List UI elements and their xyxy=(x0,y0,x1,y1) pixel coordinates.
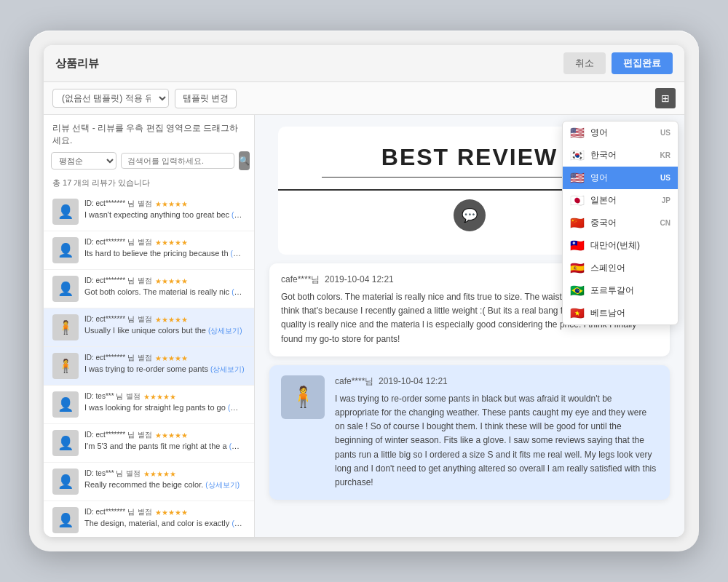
review-item-content: ID: tes*** 님 별점 ★★★★★Really recommed the… xyxy=(84,469,245,490)
review-label: 별점 xyxy=(126,391,141,402)
review-list-item[interactable]: 👤ID: ect******* 님 별점 ★★★★★The design, ma… xyxy=(44,501,254,537)
review-item-text: I was trying to re-order some pants (상세보… xyxy=(84,364,245,375)
lang-code: US xyxy=(660,174,670,182)
review-card-2-author: cafe****님 xyxy=(335,376,373,386)
review-card-2-avatar: 🧍 xyxy=(281,375,325,419)
lang-flag: 🇧🇷 xyxy=(570,284,585,298)
review-label: 별점 xyxy=(138,276,152,286)
lang-item[interactable]: 🇻🇳베트남어 xyxy=(563,302,678,324)
template-change-button[interactable]: 탬플릿 변경 xyxy=(175,89,237,108)
review-detail-link[interactable]: (상세보기) xyxy=(208,327,242,335)
review-item-content: ID: ect******* 님 별점 ★★★★★Its hard to bel… xyxy=(84,237,245,259)
review-list-item[interactable]: 👤ID: ect******* 님 별점 ★★★★★Its hard to be… xyxy=(44,231,254,270)
review-item-text: Its hard to believe the pricing because … xyxy=(84,249,245,259)
search-button[interactable]: 🔍 xyxy=(239,151,250,170)
review-list-item[interactable]: 👤ID: ect******* 님 별점 ★★★★★I'm 5'3 and th… xyxy=(44,424,254,463)
review-id: ID: ect******* 님 xyxy=(84,507,135,517)
sidebar: 리뷰 선택 - 리뷰를 우측 편집 영역으로 드래그하세요. 평점순 🔍 총 1… xyxy=(44,115,255,537)
search-input[interactable] xyxy=(121,153,234,169)
sort-select[interactable]: 평점순 xyxy=(51,152,116,170)
review-list-item[interactable]: 👤ID: ect******* 님 별점 ★★★★★I wasn't expec… xyxy=(44,193,254,231)
review-avatar: 👤 xyxy=(52,507,79,533)
lang-item[interactable]: 🇯🇵일본어JP xyxy=(563,189,678,212)
review-detail-link[interactable]: (상세보기) xyxy=(232,287,245,296)
review-detail-link[interactable]: (상세보기) xyxy=(229,442,245,450)
review-item-content: ID: ect******* 님 별점 ★★★★★I was trying to… xyxy=(84,353,245,375)
review-stars: ★★★★★ xyxy=(155,509,188,517)
review-detail-link[interactable]: (상세보기) xyxy=(228,403,245,412)
review-item-text: Usually I like unique colors but the (상세… xyxy=(84,326,245,336)
language-dropdown: 🇺🇸영어US🇰🇷한국어KR🇺🇸영어US🇯🇵일본어JP🇨🇳중국어CN🇹🇼대만어(번… xyxy=(562,121,678,325)
review-avatar: 👤 xyxy=(52,199,79,225)
review-detail-link[interactable]: (상세보기) xyxy=(231,249,245,258)
review-item-meta: ID: ect******* 님 별점 ★★★★★ xyxy=(84,237,245,247)
lang-item[interactable]: 🇧🇷포르투갈어 xyxy=(563,279,678,302)
review-list-item[interactable]: 👤ID: tes*** 님 별점 ★★★★★Really recommed th… xyxy=(44,463,254,501)
lang-item[interactable]: 🇺🇸영어US xyxy=(563,121,678,144)
review-item-text: I'm 5'3 and the pants fit me right at th… xyxy=(84,442,245,452)
lang-flag: 🇯🇵 xyxy=(570,194,585,207)
review-card-2-text: I was trying to re-order some pants in b… xyxy=(335,392,658,490)
review-item-meta: ID: ect******* 님 별점 ★★★★★ xyxy=(84,276,245,286)
review-label: 별점 xyxy=(138,430,152,440)
review-item-text: The design, material, and color is exact… xyxy=(84,519,245,529)
lang-item[interactable]: 🇰🇷한국어KR xyxy=(563,144,678,167)
lang-label: 중국어 xyxy=(590,217,617,229)
review-stars: ★★★★★ xyxy=(155,431,188,439)
lang-label: 영어 xyxy=(590,172,608,184)
review-id: ID: tes*** 님 xyxy=(84,469,123,479)
lang-label: 일본어 xyxy=(590,194,617,207)
review-label: 별점 xyxy=(138,353,152,363)
review-list-item[interactable]: 🧍ID: ect******* 님 별점 ★★★★★Usually I like… xyxy=(44,308,254,347)
lang-code: CN xyxy=(660,219,670,227)
review-item-content: ID: ect******* 님 별점 ★★★★★Got both colors… xyxy=(84,276,245,298)
header: 상품리뷰 취소 편집완료 xyxy=(44,45,684,82)
review-id: ID: ect******* 님 xyxy=(84,314,135,324)
review-stars: ★★★★★ xyxy=(155,316,188,324)
review-avatar: 👤 xyxy=(52,469,79,495)
review-list-item[interactable]: 🧍ID: ect******* 님 별점 ★★★★★I was trying t… xyxy=(44,347,254,386)
review-id: ID: tes*** 님 xyxy=(84,391,123,402)
review-avatar: 👤 xyxy=(52,237,79,263)
save-button[interactable]: 편집완료 xyxy=(612,52,673,74)
review-count: 총 17 개의 리뷰가 있습니다 xyxy=(44,176,254,193)
review-list-item[interactable]: 👤ID: ect******* 님 별점 ★★★★★Got both color… xyxy=(44,270,254,308)
device-frame: 상품리뷰 취소 편집완료 (없음선 탬플릿) 적용 유 탬플릿 변경 ⊞ 리뷰 … xyxy=(29,31,699,551)
review-item-content: ID: ect******* 님 별점 ★★★★★I'm 5'3 and the… xyxy=(84,430,245,452)
review-avatar: 🧍 xyxy=(52,314,79,340)
review-item-text: Got both colors. The material is really … xyxy=(84,287,245,298)
review-list-item[interactable]: 👤ID: tes*** 님 별점 ★★★★★I was looking for … xyxy=(44,386,254,424)
review-item-content: ID: tes*** 님 별점 ★★★★★I was looking for s… xyxy=(84,391,245,413)
lang-item[interactable]: 🇨🇳중국어CN xyxy=(563,212,678,234)
review-label: 별점 xyxy=(138,314,152,324)
lang-flag: 🇻🇳 xyxy=(570,306,585,320)
lang-label: 포르투갈어 xyxy=(590,284,634,297)
template-select[interactable]: (없음선 탬플릿) 적용 유 xyxy=(52,89,169,108)
review-item-meta: ID: ect******* 님 별점 ★★★★★ xyxy=(84,314,245,324)
lang-flag: 🇺🇸 xyxy=(570,126,585,140)
review-item-text: Really recommed the beige color. (상세보기) xyxy=(84,480,245,490)
review-avatar: 👤 xyxy=(52,276,79,302)
review-item-meta: ID: ect******* 님 별점 ★★★★★ xyxy=(84,199,245,209)
review-avatar: 👤 xyxy=(52,391,79,418)
cancel-button[interactable]: 취소 xyxy=(563,52,606,74)
review-detail-link[interactable]: (상세보기) xyxy=(210,365,245,373)
review-detail-link[interactable]: (상세보기) xyxy=(232,519,245,527)
review-detail-link[interactable]: (상세보기) xyxy=(205,481,240,489)
lang-item[interactable]: 🇪🇸스페인어 xyxy=(563,257,678,279)
lang-code: KR xyxy=(660,151,670,159)
review-item-content: ID: ect******* 님 별점 ★★★★★Usually I like … xyxy=(84,314,245,336)
lang-flag: 🇪🇸 xyxy=(570,261,585,275)
lang-code: US xyxy=(660,129,670,137)
lang-label: 스페인어 xyxy=(590,262,625,274)
review-detail-link[interactable]: (상세보기) xyxy=(232,210,245,219)
review-card-2-body: cafe****님 2019-10-04 12:21 I was trying … xyxy=(335,375,658,490)
preview-area: 🇺🇸영어US🇰🇷한국어KR🇺🇸영어US🇯🇵일본어JP🇨🇳중국어CN🇹🇼대만어(번… xyxy=(255,115,684,537)
review-avatar: 👤 xyxy=(52,430,79,456)
lang-label: 대만어(번체) xyxy=(590,239,640,252)
review-card-2: 🧍 cafe****님 2019-10-04 12:21 I was tryin… xyxy=(269,365,670,500)
lang-item[interactable]: 🇺🇸영어US xyxy=(563,167,678,189)
review-item-meta: ID: ect******* 님 별점 ★★★★★ xyxy=(84,353,245,363)
lang-item[interactable]: 🇹🇼대만어(번체) xyxy=(563,234,678,257)
review-card-2-meta: cafe****님 2019-10-04 12:21 xyxy=(335,375,658,388)
